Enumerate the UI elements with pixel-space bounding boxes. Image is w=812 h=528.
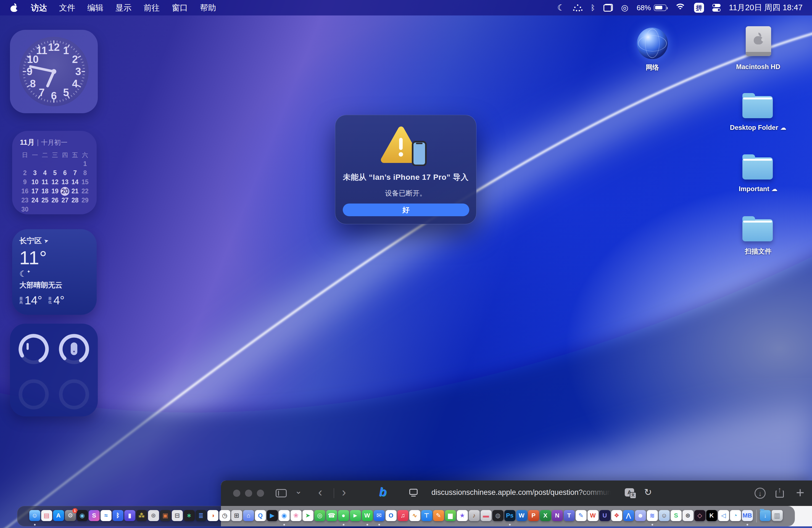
menu-clock[interactable]: 11月20日 周四 18:47 xyxy=(729,2,802,13)
control-center-icon[interactable] xyxy=(712,4,721,12)
reload-icon[interactable]: ↻ xyxy=(644,487,652,498)
dock-item-markdown-buddy[interactable]: MB xyxy=(742,506,753,526)
dock-item-system-settings[interactable]: ⚙1 xyxy=(64,506,76,526)
dock-item-teams[interactable]: T xyxy=(563,506,575,526)
folder-icon-Desktop Folder[interactable] xyxy=(742,96,773,118)
batteries-widget[interactable] xyxy=(10,324,98,416)
dock-item-motion[interactable]: ∿ xyxy=(409,506,421,526)
dock-item-surge[interactable]: S xyxy=(670,506,682,526)
apple-menu-icon[interactable] xyxy=(11,4,18,12)
address-bar[interactable]: discussionschinese.apple.com/post/questi… xyxy=(431,488,611,498)
wifi-icon[interactable] xyxy=(675,4,686,12)
focus-moon-icon[interactable]: ☾ xyxy=(557,0,565,15)
dock-item-dvd[interactable]: ◍ xyxy=(492,506,504,526)
dock-item-bird[interactable]: ◔ xyxy=(730,506,742,526)
dock-item-finder[interactable]: ☺ xyxy=(29,506,41,526)
dock-item-device-support[interactable]: ⊛ xyxy=(148,506,160,526)
menu-显示[interactable]: 显示 xyxy=(110,0,137,15)
dock-item-find-my[interactable]: ◎ xyxy=(314,506,326,526)
dock-item-anydesk[interactable]: ❖ xyxy=(611,506,623,526)
dock-item-shortcuts[interactable]: S xyxy=(88,506,100,526)
bluetooth-icon[interactable]: ᛒ xyxy=(591,0,595,15)
dock-item-garageband[interactable]: ♪ xyxy=(468,506,480,526)
dock-item-messages[interactable]: ● xyxy=(338,506,350,526)
battery-indicator[interactable]: 68% xyxy=(637,4,666,12)
close-window-button[interactable] xyxy=(233,489,240,497)
dock-item-calculator[interactable]: ⊞ xyxy=(231,506,243,526)
folder-label[interactable]: 扫描文件 xyxy=(718,247,798,256)
status-dots-icon[interactable] xyxy=(573,4,582,11)
dock-item-facetime[interactable]: ► xyxy=(350,506,362,526)
airplay-audio-icon[interactable]: ◎ xyxy=(621,0,628,15)
dock-item-music[interactable]: ♫ xyxy=(397,506,409,526)
menu-前往[interactable]: 前往 xyxy=(137,0,166,15)
dock-item-chatbot[interactable]: ☻ xyxy=(635,506,647,526)
zoom-window-button[interactable] xyxy=(257,489,264,497)
dock-item-photos[interactable]: ❀ xyxy=(290,506,302,526)
menu-编辑[interactable]: 编辑 xyxy=(81,0,110,15)
dock-item-phone[interactable]: ☎ xyxy=(326,506,338,526)
folder-label[interactable]: Desktop Folder ☁ xyxy=(718,124,798,131)
menu-访达[interactable]: 访达 xyxy=(25,0,53,15)
weather-widget[interactable]: 长宁区➤ 11° ☾✦ 大部晴朗无云 最高14° 最低4° xyxy=(12,229,97,315)
chevron-down-icon[interactable]: ⌄ xyxy=(295,486,302,496)
dock-item-excel[interactable]: X xyxy=(540,506,552,526)
macintosh-hd-label[interactable]: Macintosh HD xyxy=(729,63,787,71)
dock-item-word[interactable]: W xyxy=(516,506,528,526)
dock-item-bluetooth[interactable]: ᛒ xyxy=(112,506,124,526)
network-icon[interactable] xyxy=(637,28,668,59)
dock-item-photo-viewer[interactable]: ▣ xyxy=(160,506,172,526)
dock-item-wps[interactable]: W xyxy=(587,506,599,526)
dock-item-ulysses[interactable]: U xyxy=(599,506,611,526)
sidebar-toggle-icon[interactable] xyxy=(276,489,287,497)
clock-widget[interactable]: 123456789101112 xyxy=(10,30,98,113)
dock-item-outlook[interactable]: O xyxy=(385,506,397,526)
ok-button[interactable]: 好 xyxy=(343,204,469,216)
folder-icon-扫描文件[interactable] xyxy=(742,219,773,241)
dock-item-app-store[interactable]: A xyxy=(53,506,64,526)
dock-item-imovie[interactable]: ★ xyxy=(456,506,468,526)
input-source-icon[interactable]: 拼 xyxy=(694,3,704,13)
dock-item-keynote[interactable]: ⊤ xyxy=(421,506,433,526)
dock-item-trash[interactable]: ▥ xyxy=(771,506,783,526)
dock-item-pages[interactable]: ✎ xyxy=(433,506,445,526)
share-icon[interactable]: ↑ xyxy=(775,488,784,498)
menu-窗口[interactable]: 窗口 xyxy=(166,0,194,15)
dock-item-clock-app[interactable]: ◷ xyxy=(219,506,231,526)
downloads-icon[interactable]: ↓ xyxy=(755,488,766,499)
dock-item-maps[interactable]: ➤ xyxy=(302,506,314,526)
macintosh-hd-icon[interactable] xyxy=(746,26,771,56)
menu-文件[interactable]: 文件 xyxy=(53,0,81,15)
dock-item-vscode[interactable]: ◁ xyxy=(718,506,730,526)
dock-item-remote[interactable]: ▮ xyxy=(124,506,136,526)
dock-item-quicktime[interactable]: Q xyxy=(255,506,266,526)
dock-item-color-meter[interactable]: ◑ xyxy=(207,506,219,526)
dock-item-launchpad[interactable]: ▤ xyxy=(41,506,53,526)
calendar-widget[interactable]: 11月|十月初一 日一二三四五六 12345678910111213141516… xyxy=(12,131,97,214)
dock-item-tv[interactable]: ▶ xyxy=(266,506,278,526)
dock-item-image-playground[interactable]: ∗ xyxy=(184,506,195,526)
translate-icon[interactable]: A xyxy=(625,488,634,497)
screen-mirroring-icon[interactable] xyxy=(604,4,613,12)
folder-icon-Important[interactable] xyxy=(742,157,773,179)
folder-label[interactable]: Important ☁ xyxy=(718,185,798,193)
dock-item-photoshop[interactable]: Ps xyxy=(504,506,516,526)
dock-item-powerpoint[interactable]: P xyxy=(528,506,540,526)
back-button[interactable]: ‹ xyxy=(318,485,322,499)
dock-item-clips[interactable]: ▬ xyxy=(480,506,492,526)
dock-item-home[interactable]: ⌂ xyxy=(243,506,255,526)
dock-item-passwords[interactable]: ⁂ xyxy=(136,506,148,526)
dock-item-stacks[interactable]: ≣ xyxy=(195,506,207,526)
dock-item-safari[interactable]: ◉ xyxy=(278,506,290,526)
dock-item-kimi[interactable]: K xyxy=(706,506,718,526)
forward-button[interactable]: › xyxy=(342,485,346,499)
dock-item-siri[interactable]: ◉ xyxy=(76,506,88,526)
dock-item-numbers[interactable]: ▆ xyxy=(445,506,456,526)
page-icon[interactable] xyxy=(409,489,418,495)
dock-item-moonlight[interactable]: ⋀ xyxy=(623,506,635,526)
dock-item-deepseek[interactable]: ≋ xyxy=(647,506,658,526)
dock-item-wifi-utility[interactable]: ≈ xyxy=(100,506,112,526)
dock-item-wechat[interactable]: W xyxy=(362,506,373,526)
network-label[interactable]: 网络 xyxy=(634,63,671,72)
minimize-window-button[interactable] xyxy=(245,489,252,497)
